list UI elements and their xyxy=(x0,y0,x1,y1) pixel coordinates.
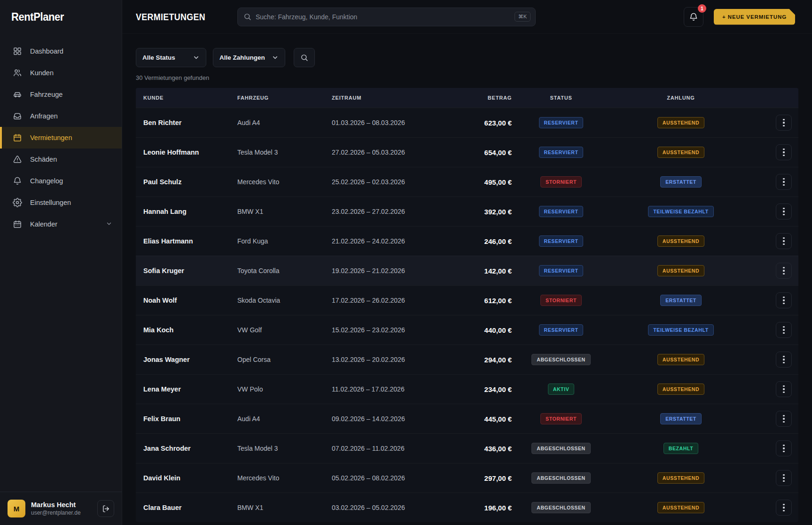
bell-icon xyxy=(13,176,22,186)
avatar: M xyxy=(8,500,25,517)
row-menu-button[interactable] xyxy=(776,233,792,249)
column-header-kunde: KUNDE xyxy=(136,95,237,101)
cell-fahrzeug: Opel Corsa xyxy=(237,356,332,363)
sidebar-item-kalender[interactable]: Kalender xyxy=(0,213,122,235)
row-menu-button[interactable] xyxy=(776,174,792,190)
row-menu-button[interactable] xyxy=(776,144,792,160)
column-header-betrag: BETRAG xyxy=(446,95,512,101)
status-filter-select[interactable]: Alle Status xyxy=(136,48,206,67)
table-row[interactable]: Felix Braun Audi A4 09.02.2026 – 14.02.2… xyxy=(136,404,798,433)
cell-fahrzeug: Tesla Model 3 xyxy=(237,445,332,452)
sidebar-item-label: Anfragen xyxy=(30,112,58,120)
app-root: RentPlaner Dashboard Kunden Fahrzeuge An… xyxy=(0,0,812,525)
status-badge: RESERVIERT xyxy=(539,206,584,217)
table-row[interactable]: Lena Meyer VW Polo 11.02.2026 – 17.02.20… xyxy=(136,374,798,404)
payment-filter-select[interactable]: Alle Zahlungen xyxy=(213,48,285,67)
cell-fahrzeug: VW Golf xyxy=(237,326,332,334)
table-row[interactable]: Ben Richter Audi A4 01.03.2026 – 08.03.2… xyxy=(136,108,798,137)
sidebar-item-vermietungen[interactable]: Vermietungen xyxy=(0,127,122,149)
status-badge: ABGESCHLOSSEN xyxy=(531,443,590,454)
global-search: ⌘K xyxy=(237,8,536,26)
cell-betrag: 196,00 € xyxy=(446,504,512,512)
notifications-button[interactable]: 1 xyxy=(684,7,703,27)
cell-kunde: Jonas Wagner xyxy=(136,356,237,363)
cell-fahrzeug: Toyota Corolla xyxy=(237,267,332,274)
status-badge: STORNIERT xyxy=(540,176,582,188)
topbar: VERMIETUNGEN ⌘K 1 + NEUE VERMIETUNG xyxy=(122,0,812,34)
status-badge: STORNIERT xyxy=(540,295,582,306)
row-menu-button[interactable] xyxy=(776,292,792,308)
status-badge: RESERVIERT xyxy=(539,117,584,128)
cell-kunde: Clara Bauer xyxy=(136,504,237,511)
cell-betrag: 612,00 € xyxy=(446,297,512,305)
notification-count-badge: 1 xyxy=(698,4,706,13)
filter-search-button[interactable] xyxy=(294,48,315,67)
cell-fahrzeug: Tesla Model 3 xyxy=(237,149,332,156)
cell-kunde: David Klein xyxy=(136,474,237,482)
status-filter-value: Alle Status xyxy=(142,54,175,61)
table-row[interactable]: Sofia Kruger Toyota Corolla 19.02.2026 –… xyxy=(136,256,798,285)
logout-button[interactable] xyxy=(97,500,114,517)
search-input[interactable] xyxy=(256,13,510,21)
grid-icon xyxy=(13,47,22,56)
row-menu-button[interactable] xyxy=(776,352,792,368)
table-row[interactable]: Jana Schroder Tesla Model 3 07.02.2026 –… xyxy=(136,433,798,463)
table-row[interactable]: Mia Koch VW Golf 15.02.2026 – 23.02.2026… xyxy=(136,315,798,345)
status-badge: ABGESCHLOSSEN xyxy=(531,472,590,484)
payment-badge: AUSSTEHEND xyxy=(657,265,704,276)
sidebar-item-label: Fahrzeuge xyxy=(30,91,62,98)
cell-betrag: 294,00 € xyxy=(446,356,512,364)
table-row[interactable]: Clara Bauer BMW X1 03.02.2026 – 05.02.20… xyxy=(136,493,798,522)
results-count: 30 Vermietungen gefunden xyxy=(136,74,798,81)
status-badge: RESERVIERT xyxy=(539,265,584,276)
cell-kunde: Felix Braun xyxy=(136,415,237,423)
cell-zeitraum: 11.02.2026 – 17.02.2026 xyxy=(332,385,446,393)
sidebar-item-kunden[interactable]: Kunden xyxy=(0,62,122,84)
brand-logo: RentPlaner xyxy=(0,0,122,34)
column-header-status: STATUS xyxy=(512,95,610,101)
table-row[interactable]: Hannah Lang BMW X1 23.02.2026 – 27.02.20… xyxy=(136,196,798,226)
row-menu-button[interactable] xyxy=(776,115,792,131)
table-row[interactable]: Noah Wolf Skoda Octavia 17.02.2026 – 26.… xyxy=(136,285,798,315)
row-menu-button[interactable] xyxy=(776,500,792,516)
row-menu-button[interactable] xyxy=(776,440,792,456)
row-menu-button[interactable] xyxy=(776,263,792,279)
sidebar-item-fahrzeuge[interactable]: Fahrzeuge xyxy=(0,84,122,105)
sidebar-item-schaden[interactable]: Schäden xyxy=(0,149,122,170)
payment-badge: ERSTATTET xyxy=(660,413,702,424)
row-menu-button[interactable] xyxy=(776,322,792,338)
row-menu-button[interactable] xyxy=(776,381,792,397)
row-menu-button[interactable] xyxy=(776,204,792,219)
sidebar-item-label: Dashboard xyxy=(30,47,63,55)
cell-kunde: Lena Meyer xyxy=(136,385,237,393)
payment-badge: AUSSTEHEND xyxy=(657,354,704,365)
sidebar-item-changelog[interactable]: Changelog xyxy=(0,170,122,192)
table-row[interactable]: Elias Hartmann Ford Kuga 21.02.2026 – 24… xyxy=(136,226,798,256)
inbox-icon xyxy=(13,111,22,121)
table-row[interactable]: Leonie Hoffmann Tesla Model 3 27.02.2026… xyxy=(136,137,798,167)
new-rental-button[interactable]: + NEUE VERMIETUNG xyxy=(714,9,795,25)
payment-badge: ERSTATTET xyxy=(660,176,702,188)
table-row[interactable]: Paul Schulz Mercedes Vito 25.02.2026 – 0… xyxy=(136,167,798,196)
cell-kunde: Paul Schulz xyxy=(136,178,237,186)
cell-kunde: Sofia Kruger xyxy=(136,267,237,274)
cell-zeitraum: 23.02.2026 – 27.02.2026 xyxy=(332,208,446,215)
cell-zeitraum: 01.03.2026 – 08.03.2026 xyxy=(332,119,446,126)
payment-badge: BEZAHLT xyxy=(664,443,698,454)
row-menu-button[interactable] xyxy=(776,411,792,427)
payment-badge: AUSSTEHEND xyxy=(657,502,704,513)
cell-fahrzeug: Skoda Octavia xyxy=(237,297,332,304)
cell-betrag: 142,00 € xyxy=(446,267,512,275)
table-row[interactable]: David Klein Mercedes Vito 05.02.2026 – 0… xyxy=(136,463,798,493)
table-row[interactable]: Jonas Wagner Opel Corsa 13.02.2026 – 20.… xyxy=(136,345,798,374)
sidebar-item-dashboard[interactable]: Dashboard xyxy=(0,40,122,62)
search-icon xyxy=(300,54,308,62)
sidebar-item-einstellungen[interactable]: Einstellungen xyxy=(0,192,122,213)
cell-fahrzeug: Mercedes Vito xyxy=(237,178,332,186)
sidebar-item-anfragen[interactable]: Anfragen xyxy=(0,105,122,127)
cell-zeitraum: 09.02.2026 – 14.02.2026 xyxy=(332,415,446,423)
cell-betrag: 234,00 € xyxy=(446,385,512,393)
row-menu-button[interactable] xyxy=(776,470,792,486)
sidebar-item-label: Changelog xyxy=(30,177,63,185)
cell-kunde: Ben Richter xyxy=(136,119,237,126)
